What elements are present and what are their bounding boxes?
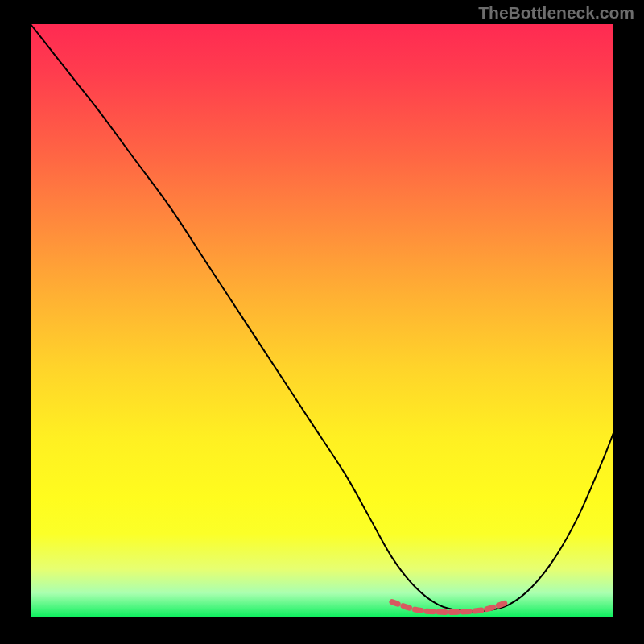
chart-container: TheBottleneck.com	[0, 0, 644, 644]
optimal-range-marker	[392, 602, 509, 613]
watermark-text: TheBottleneck.com	[478, 3, 634, 23]
curve-layer	[31, 24, 613, 617]
plot-area	[31, 24, 613, 617]
bottleneck-curve	[31, 24, 613, 612]
